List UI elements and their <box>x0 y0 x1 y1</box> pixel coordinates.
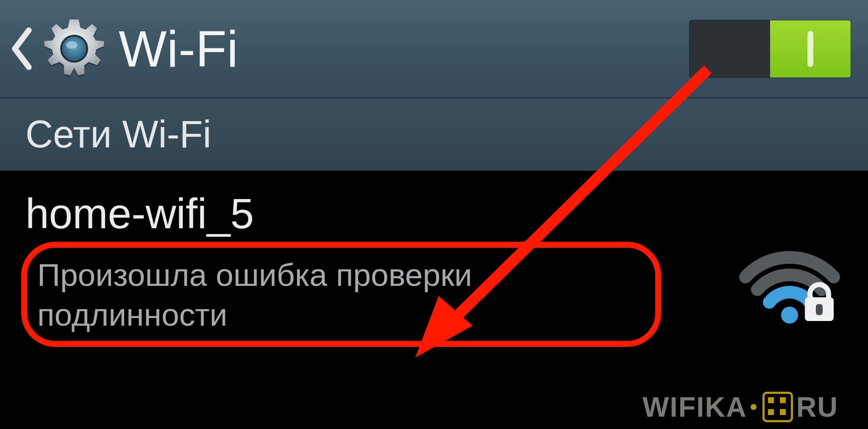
toggle-off-side <box>690 20 770 77</box>
back-chevron-icon <box>8 25 34 72</box>
toggle-on-side <box>770 20 851 77</box>
svg-rect-5 <box>816 304 823 315</box>
watermark-text-left: WIFIKA <box>643 391 747 423</box>
toggle-on-indicator-icon <box>807 31 813 67</box>
watermark-qr-icon <box>762 392 793 422</box>
watermark-text-right: RU <box>796 391 838 423</box>
network-name: home-wifi_5 <box>25 190 843 237</box>
back-button[interactable] <box>8 17 106 80</box>
wifi-toggle[interactable] <box>689 20 851 78</box>
networks-section-header: Сети Wi-Fi <box>0 98 868 171</box>
watermark: WIFIKA RU <box>643 386 838 428</box>
gear-icon <box>42 17 106 80</box>
networks-section-label: Сети Wi-Fi <box>25 113 211 156</box>
page-title: Wi-Fi <box>119 19 238 78</box>
svg-point-3 <box>781 307 798 324</box>
network-list-item[interactable]: home-wifi_5 Произошла ошибка проверки по… <box>0 171 868 429</box>
watermark-dot-icon <box>751 404 757 410</box>
network-status-text: Произошла ошибка проверки подлинности <box>37 255 631 335</box>
svg-point-1 <box>62 37 86 61</box>
auth-error-highlight: Произошла ошибка проверки подлинности <box>25 249 648 344</box>
wifi-secured-icon <box>737 239 843 324</box>
wifi-settings-header: Wi-Fi <box>0 0 868 98</box>
svg-point-2 <box>66 41 78 49</box>
